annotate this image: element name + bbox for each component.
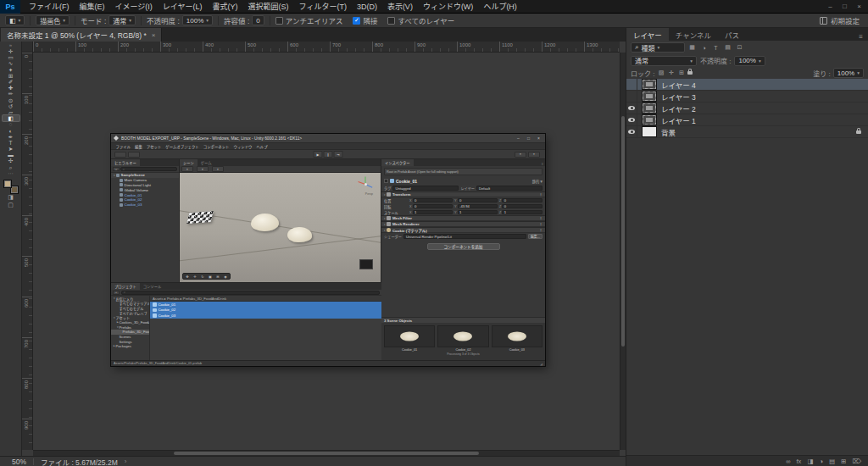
status-expander-icon[interactable]: › (125, 458, 127, 465)
eyedropper-tool-icon[interactable]: ✐ (3, 79, 19, 85)
vertical-scrollbar[interactable] (620, 53, 626, 450)
collapse-tools-icon[interactable]: » (9, 42, 12, 48)
lock-icon[interactable]: ⊞ (677, 69, 685, 76)
document-tab[interactable]: 名称未設定 1 @ 50% (レイヤー 4, RGB/8) * × (1, 28, 162, 42)
menu-item[interactable]: 書式(Y) (208, 0, 243, 14)
visibility-toggle[interactable] (626, 126, 637, 137)
close-icon[interactable]: × (852, 3, 866, 10)
layer-filter-icon[interactable]: ◑ (699, 45, 709, 51)
visibility-toggle[interactable] (626, 114, 637, 125)
antialias-checkbox[interactable] (275, 17, 283, 25)
horizontal-scrollbar[interactable] (33, 450, 620, 456)
all-layers-checkbox[interactable] (387, 17, 395, 25)
tolerance-field[interactable]: 0 (252, 15, 264, 25)
blend-mode-select[interactable]: 通常 ▾ (631, 56, 697, 66)
layer-thumbnail[interactable] (642, 126, 657, 137)
layer-style-icon[interactable]: fx (797, 458, 802, 465)
layer-thumbnail[interactable] (642, 114, 657, 125)
layer-row[interactable]: レイヤー 3 (626, 91, 868, 103)
minimize-icon[interactable]: – (823, 3, 837, 10)
pen-tool-icon[interactable]: ✒ (3, 134, 19, 140)
layer-row[interactable]: レイヤー 4 (626, 79, 868, 91)
menu-item[interactable]: イメージ(I) (110, 0, 158, 14)
move-tool-icon[interactable]: ✛ (3, 48, 19, 54)
crop-tool-icon[interactable]: ⊞ (3, 73, 19, 79)
menu-item[interactable]: レイヤー(L) (158, 0, 208, 14)
layer-row[interactable]: レイヤー 2 (626, 103, 868, 114)
layer-group-icon[interactable]: ▤ (829, 458, 835, 465)
history-brush-tool-icon[interactable]: ↺ (3, 103, 19, 109)
blur-tool-icon[interactable]: ◌ (3, 121, 19, 127)
menu-item[interactable]: 3D(D) (352, 0, 382, 14)
visibility-toggle[interactable] (626, 91, 637, 102)
path-select-tool-icon[interactable]: ➤ (3, 146, 19, 152)
layer-row[interactable]: レイヤー 1 (626, 114, 868, 126)
clone-stamp-tool-icon[interactable]: ⊙ (3, 97, 19, 103)
canvas[interactable]: BOOTH MODEL EXPORT_URP - SampleScene - W… (33, 53, 620, 450)
delete-layer-icon[interactable]: ⌦ (852, 458, 861, 465)
link-layers-icon[interactable]: ∞ (786, 458, 790, 465)
lock-icon[interactable]: ✛ (667, 69, 675, 76)
layer-mask-icon[interactable]: ◨ (807, 458, 813, 465)
layer-row[interactable]: 背景 (626, 126, 868, 138)
eraser-tool-icon[interactable]: ▱ (3, 109, 19, 115)
contiguous-checkbox[interactable]: ✓ (353, 17, 360, 25)
panel-tab[interactable]: レイヤー (626, 28, 669, 41)
quick-mask-icon[interactable]: ◨ (3, 194, 19, 202)
layer-opacity-select[interactable]: 100% ▾ (734, 56, 765, 66)
zoom-level-field[interactable]: 50% (12, 458, 26, 466)
lasso-tool-icon[interactable]: ∿ (3, 60, 19, 66)
layer-filter-select[interactable]: ⌕ 種類 ▾ (631, 42, 685, 53)
layer-thumbnail[interactable] (642, 91, 657, 102)
screen-mode-icon[interactable]: ▢ (3, 202, 19, 209)
menu-item[interactable]: フィルター(T) (294, 0, 352, 14)
layer-filter-icon[interactable]: ▤ (723, 44, 732, 51)
opacity-value: 100% (186, 17, 203, 25)
visibility-toggle[interactable] (626, 79, 637, 90)
layer-thumbnail[interactable] (642, 79, 657, 90)
healing-brush-tool-icon[interactable]: ✚ (3, 85, 19, 91)
fill-source-select[interactable]: 描画色 ▾ (36, 15, 70, 25)
scrollbar-thumb[interactable] (174, 452, 479, 455)
brush-tool-icon[interactable]: ✏ (3, 91, 19, 97)
layer-filter-icon[interactable]: T (711, 45, 721, 51)
layer-filter-icon[interactable]: ⊡ (735, 44, 744, 51)
panel-tab[interactable]: チャンネル (669, 28, 718, 41)
workspace-switcher[interactable]: 初期設定 (831, 15, 860, 25)
mode-select[interactable]: 通常 ▾ (108, 15, 136, 25)
shape-tool-icon[interactable]: ▬ (3, 152, 19, 158)
paint-bucket-tool-icon[interactable]: ◧ (3, 115, 19, 121)
menu-item[interactable]: ウィンドウ(W) (418, 0, 479, 14)
panel-menu-icon[interactable]: ≡ (854, 33, 868, 41)
marquee-tool-icon[interactable]: ▭ (3, 54, 19, 60)
menu-item[interactable]: ヘルプ(H) (478, 0, 522, 14)
opacity-select[interactable]: 100% ▾ (182, 15, 213, 25)
zoom-tool-icon[interactable]: ⌕ (3, 164, 19, 170)
visibility-toggle[interactable] (626, 103, 637, 114)
new-layer-icon[interactable]: ⊞ (841, 458, 846, 465)
unity-menu-item: ウィンドウ (231, 144, 254, 149)
menu-item[interactable]: 選択範囲(S) (243, 0, 294, 14)
scrollbar-thumb[interactable] (621, 116, 625, 347)
hand-tool-icon[interactable]: ✣ (3, 158, 19, 164)
ruler-corner (22, 42, 33, 53)
menu-item[interactable]: ファイル(F) (24, 0, 75, 14)
gameobject-icon (120, 188, 123, 191)
dodge-tool-icon[interactable]: ◐ (3, 127, 19, 133)
magic-wand-tool-icon[interactable]: ✦ (3, 67, 19, 73)
lock-icon[interactable]: ▨ (657, 69, 665, 76)
tab-close-icon[interactable]: × (152, 31, 156, 39)
tool-preset-picker[interactable]: ◧ ▾ (5, 15, 25, 25)
adjustment-layer-icon[interactable]: ◑ (819, 458, 823, 465)
foreground-color-swatch[interactable] (3, 180, 12, 188)
menu-item[interactable]: 編集(E) (75, 0, 110, 14)
menu-item[interactable]: 表示(V) (382, 0, 418, 14)
layer-filter-icon[interactable]: ▦ (687, 44, 697, 51)
lock-all-icon[interactable] (687, 71, 693, 75)
fill-select[interactable]: 100% ▾ (833, 68, 864, 78)
type-tool-icon[interactable]: T (3, 140, 19, 146)
edit-toolbar-icon[interactable]: ⋯ (3, 170, 19, 176)
panel-tab[interactable]: パス (718, 28, 746, 41)
maximize-icon[interactable]: □ (837, 3, 852, 10)
layer-thumbnail[interactable] (642, 103, 657, 114)
